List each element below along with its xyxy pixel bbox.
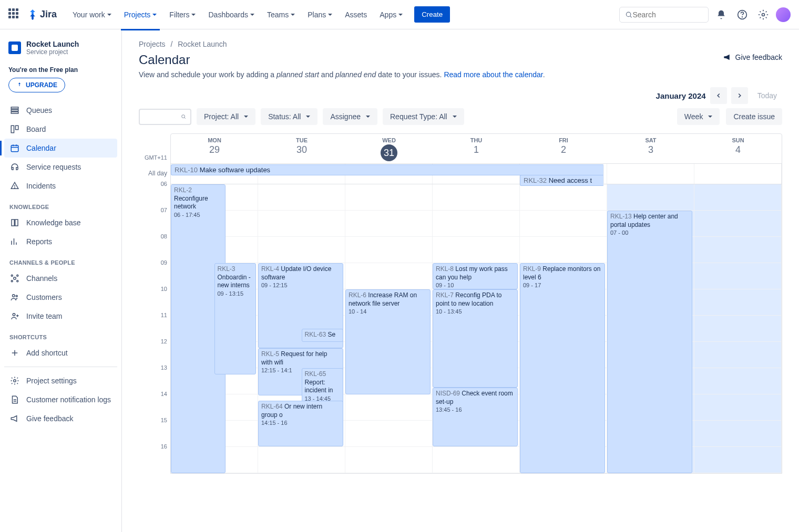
filter-assignee[interactable]: Assignee	[323, 108, 377, 125]
day-column[interactable]	[694, 184, 782, 473]
calendar-event[interactable]: RKL-3 Onboardin - new interns09 - 13:15	[214, 263, 256, 374]
nav-filters[interactable]: Filters	[164, 6, 201, 23]
calendar-event[interactable]: RKL-13 Help center and portal updates07 …	[607, 211, 692, 473]
nav-dashboards[interactable]: Dashboards	[203, 6, 260, 23]
nav-plans[interactable]: Plans	[302, 6, 337, 23]
chevron-down-icon	[398, 14, 403, 16]
project-header[interactable]: Rocket Launch Service project	[4, 38, 117, 62]
hour-label: 08	[139, 233, 170, 259]
time-column: GMT+11 All day 0607080910111213141516	[139, 133, 170, 474]
channels-label: CHANNELS & PEOPLE	[4, 251, 117, 269]
sidebar-service-requests[interactable]: Service requests	[4, 158, 117, 176]
document-icon	[9, 394, 20, 405]
create-issue-button[interactable]: Create issue	[726, 108, 782, 125]
add-person-icon	[9, 311, 20, 321]
day-header: FRI2	[520, 134, 607, 164]
sidebar-channels[interactable]: Channels	[4, 269, 117, 288]
calendar-event[interactable]: RKL-9 Replace monitors on level 609 - 17	[520, 263, 605, 473]
sidebar-reports[interactable]: Reports	[4, 232, 117, 251]
day-column[interactable]: RKL-6 Increase RAM on network file serve…	[345, 184, 433, 473]
upgrade-button[interactable]: UPGRADE	[8, 78, 65, 92]
breadcrumb: Projects / Rocket Launch	[139, 40, 782, 48]
day-column[interactable]: RKL-9 Replace monitors on level 609 - 17	[520, 184, 607, 473]
view-selector[interactable]: Week	[677, 108, 720, 125]
day-column[interactable]: RKL-8 Lost my work pass can you help09 -…	[433, 184, 520, 473]
day-headers: MON29TUE30WED31THU1FRI2SAT3SUN4	[171, 134, 782, 163]
sidebar-board[interactable]: Board	[4, 120, 117, 139]
read-more-link[interactable]: Read more about the calendar	[444, 70, 542, 79]
calendar-event[interactable]: RKL-63 Se	[302, 329, 343, 342]
day-column[interactable]: RKL-13 Help center and portal updates07 …	[607, 184, 694, 473]
sidebar-add-shortcut[interactable]: Add shortcut	[4, 343, 117, 362]
knowledge-label: KNOWLEDGE	[4, 195, 117, 213]
calendar-event[interactable]: RKL-7 Reconfig PDA to point to new locat…	[433, 289, 518, 388]
nav-projects[interactable]: Projects	[119, 6, 162, 23]
day-column[interactable]: RKL-4 Update I/O device software09 - 12:…	[258, 184, 345, 473]
settings-icon[interactable]	[755, 6, 772, 23]
nav-apps[interactable]: Apps	[374, 6, 408, 23]
notifications-icon[interactable]	[713, 6, 730, 23]
app-switcher-icon[interactable]	[8, 8, 21, 21]
chevron-down-icon	[328, 14, 332, 16]
sidebar-queues[interactable]: Queues	[4, 101, 117, 120]
svg-point-20	[11, 275, 13, 276]
sidebar-calendar[interactable]: Calendar	[4, 139, 117, 158]
main-content: Projects / Rocket Launch Calendar Give f…	[122, 29, 799, 532]
svg-rect-7	[11, 112, 18, 113]
svg-point-21	[17, 275, 18, 276]
sidebar-project-settings[interactable]: Project settings	[4, 371, 117, 390]
day-header: THU1	[433, 134, 520, 164]
sidebar-notification-logs[interactable]: Customer notification logs	[4, 390, 117, 409]
search-input[interactable]	[632, 11, 703, 19]
svg-point-19	[14, 277, 16, 280]
allday-event[interactable]: RKL-10 Make software updates	[171, 164, 604, 175]
help-icon[interactable]	[734, 6, 751, 23]
nav-teams[interactable]: Teams	[262, 6, 300, 23]
divider	[4, 367, 117, 367]
chevron-down-icon	[708, 116, 712, 118]
svg-point-24	[13, 295, 15, 297]
chevron-down-icon	[107, 14, 111, 16]
channels-icon	[9, 273, 20, 284]
nav-your-work[interactable]: Your work	[67, 6, 117, 23]
calendar-search-input[interactable]	[144, 113, 181, 121]
give-feedback-button[interactable]: Give feedback	[723, 53, 783, 62]
calendar-event[interactable]: RKL-6 Increase RAM on network file serve…	[345, 289, 431, 394]
calendar-event[interactable]: RKL-8 Lost my work pass can you help09 -…	[433, 263, 518, 289]
upgrade-icon	[16, 82, 23, 88]
today-button[interactable]: Today	[752, 88, 782, 103]
chevron-right-icon	[736, 92, 743, 99]
sidebar-give-feedback[interactable]: Give feedback	[4, 409, 117, 428]
calendar-icon	[9, 143, 20, 153]
filter-project[interactable]: Project: All	[197, 108, 255, 125]
filter-status[interactable]: Status: All	[261, 108, 317, 125]
svg-point-31	[14, 380, 16, 382]
global-search[interactable]	[619, 7, 709, 23]
jira-logo[interactable]: Jira	[27, 9, 57, 20]
calendar-search[interactable]	[139, 109, 191, 125]
sidebar-invite-team[interactable]: Invite team	[4, 307, 117, 326]
day-column[interactable]: RKL-2 Reconfigure network06 - 17:45RKL-3…	[171, 184, 258, 473]
sidebar-incidents[interactable]: Incidents	[4, 176, 117, 195]
page-description: View and schedule your work by adding a …	[139, 70, 782, 79]
hour-label: 11	[139, 312, 170, 338]
nav-assets[interactable]: Assets	[340, 6, 372, 23]
sidebar-knowledge-base[interactable]: Knowledge base	[4, 213, 117, 232]
headset-icon	[9, 162, 20, 172]
svg-point-23	[17, 280, 18, 282]
next-week-button[interactable]	[731, 87, 748, 104]
calendar-event[interactable]: RKL-64 Or new intern group o14:15 - 16	[258, 401, 343, 446]
day-header: WED31	[345, 134, 433, 164]
hour-label: 09	[139, 259, 170, 286]
filter-request-type[interactable]: Request Type: All	[383, 108, 464, 125]
sidebar-customers[interactable]: Customers	[4, 288, 117, 307]
user-avatar[interactable]	[776, 7, 791, 22]
prev-week-button[interactable]	[710, 87, 727, 104]
chevron-down-icon	[191, 14, 196, 16]
create-button[interactable]: Create	[414, 6, 450, 23]
breadcrumb-projects[interactable]: Projects	[139, 40, 166, 48]
calendar-event[interactable]: NISD-69 Check event room set-up13:45 - 1…	[433, 388, 518, 446]
chevron-down-icon	[453, 116, 457, 118]
queues-icon	[9, 105, 20, 116]
svg-point-22	[11, 280, 13, 282]
